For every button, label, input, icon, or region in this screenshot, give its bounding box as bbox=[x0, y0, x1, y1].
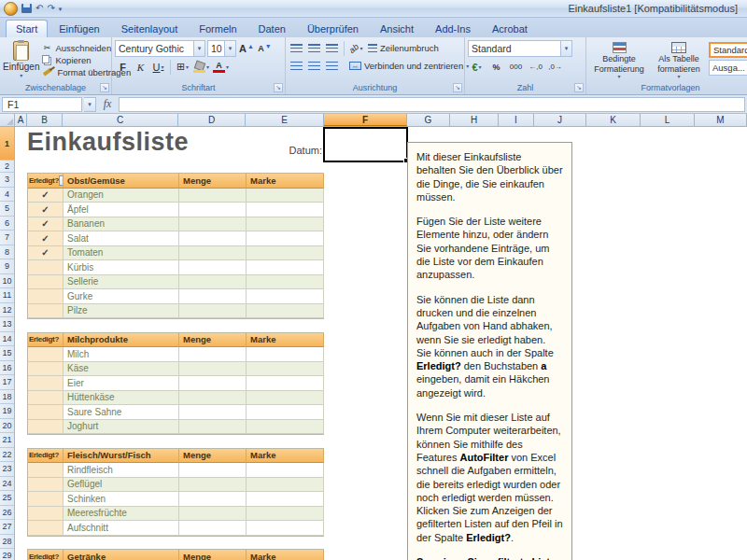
italic-button[interactable]: K bbox=[133, 59, 148, 75]
fill-color-dropdown-icon[interactable]: ▾ bbox=[206, 63, 209, 70]
tab-ansicht[interactable]: Ansicht bbox=[370, 20, 424, 37]
marke-cell[interactable] bbox=[247, 521, 324, 536]
number-dialog-launcher[interactable]: ↘ bbox=[574, 83, 584, 92]
menge-cell[interactable] bbox=[179, 231, 247, 246]
menge-cell[interactable] bbox=[179, 507, 247, 522]
accounting-dropdown-icon[interactable]: ▾ bbox=[479, 63, 482, 70]
wrap-text-button[interactable]: Zeilenumbruch bbox=[366, 42, 441, 54]
marke-cell[interactable] bbox=[247, 405, 324, 420]
done-cell[interactable]: ✓ bbox=[28, 189, 63, 203]
done-cell[interactable] bbox=[28, 260, 63, 275]
row-header-22[interactable]: 22 bbox=[0, 448, 14, 463]
menge-cell[interactable] bbox=[179, 217, 247, 232]
done-cell[interactable]: ✓ bbox=[28, 217, 63, 232]
menge-cell[interactable] bbox=[179, 420, 247, 435]
paste-button[interactable]: Einfügen ▾ bbox=[3, 39, 39, 80]
column-header-E[interactable]: E bbox=[246, 114, 324, 126]
marke-cell[interactable] bbox=[247, 391, 324, 406]
item-name-cell[interactable]: Bananen bbox=[63, 217, 179, 232]
align-top-button[interactable] bbox=[289, 40, 304, 56]
row-header-25[interactable]: 25 bbox=[0, 491, 14, 506]
thousands-separator-button[interactable]: 000 bbox=[507, 59, 525, 75]
marke-cell[interactable] bbox=[247, 478, 324, 493]
done-cell[interactable] bbox=[28, 463, 63, 478]
menge-cell[interactable] bbox=[179, 304, 247, 319]
font-color-dropdown-icon[interactable]: ▾ bbox=[226, 63, 229, 70]
item-name-cell[interactable]: Aufschnitt bbox=[63, 521, 179, 536]
accounting-format-button[interactable]: €▾ bbox=[468, 59, 486, 75]
marke-cell[interactable] bbox=[247, 203, 324, 217]
borders-dropdown-icon[interactable]: ▾ bbox=[186, 63, 189, 70]
item-name-cell[interactable]: Geflügel bbox=[63, 478, 179, 493]
merge-center-button[interactable]: ↔ Verbinden und zentrieren ▾ bbox=[347, 60, 471, 72]
row-header-4[interactable]: 4 bbox=[0, 188, 14, 203]
row-header-6[interactable]: 6 bbox=[0, 217, 14, 231]
item-name-cell[interactable]: Gurke bbox=[63, 289, 179, 304]
conditional-formatting-button[interactable]: Bedingte Formatierung ▾ bbox=[589, 39, 649, 80]
orientation-button[interactable]: ab▾ bbox=[348, 40, 364, 56]
done-cell[interactable] bbox=[28, 405, 63, 420]
shrink-font-button[interactable]: A▼ bbox=[257, 41, 273, 57]
column-header-K[interactable]: K bbox=[586, 114, 641, 126]
marke-cell[interactable] bbox=[247, 304, 324, 319]
row-header-20[interactable]: 20 bbox=[0, 419, 14, 434]
done-cell[interactable] bbox=[28, 347, 63, 362]
row-header-21[interactable]: 21 bbox=[0, 433, 14, 448]
item-name-cell[interactable]: Käse bbox=[63, 362, 179, 377]
menge-cell[interactable] bbox=[179, 391, 247, 406]
item-name-cell[interactable]: Pilze bbox=[63, 304, 179, 319]
number-format-combo[interactable]: Standard ▾ bbox=[468, 40, 572, 57]
marke-cell[interactable] bbox=[247, 246, 324, 261]
marke-cell[interactable] bbox=[247, 289, 324, 304]
cell-style-ausgabe[interactable]: Ausga... bbox=[709, 60, 747, 76]
marke-cell[interactable] bbox=[247, 189, 324, 203]
row-header-10[interactable]: 10 bbox=[0, 274, 14, 289]
row-header-23[interactable]: 23 bbox=[0, 462, 14, 477]
column-header-F[interactable]: F bbox=[324, 114, 407, 126]
font-dialog-launcher[interactable]: ↘ bbox=[274, 83, 283, 92]
done-cell[interactable] bbox=[28, 478, 63, 493]
category-header-cell[interactable]: Milchprodukte bbox=[63, 333, 179, 348]
column-header-I[interactable]: I bbox=[499, 114, 534, 126]
item-name-cell[interactable]: Meeresfrüchte bbox=[63, 507, 179, 522]
marke-cell[interactable] bbox=[247, 260, 324, 275]
row-header-5[interactable]: 5 bbox=[0, 202, 14, 217]
menge-cell[interactable] bbox=[179, 376, 247, 391]
menge-cell[interactable] bbox=[179, 492, 247, 507]
item-name-cell[interactable]: Orangen bbox=[63, 189, 179, 203]
format-as-table-dropdown-icon[interactable]: ▾ bbox=[677, 74, 680, 80]
category-header-cell[interactable]: Getränke bbox=[63, 550, 179, 560]
tab-add-ins[interactable]: Add-Ins bbox=[425, 20, 481, 37]
item-name-cell[interactable]: Kürbis bbox=[63, 260, 179, 275]
row-header-14[interactable]: 14 bbox=[0, 332, 14, 347]
tab-seitenlayout[interactable]: Seitenlayout bbox=[111, 20, 189, 37]
done-cell[interactable]: ✓ bbox=[28, 203, 63, 217]
save-icon[interactable] bbox=[21, 4, 32, 13]
increase-decimal-button[interactable]: ←,0 bbox=[527, 59, 544, 75]
font-name-combo[interactable]: Century Gothic ▾ bbox=[115, 40, 205, 57]
marke-cell[interactable] bbox=[247, 275, 324, 290]
item-name-cell[interactable]: Joghurt bbox=[63, 420, 179, 435]
font-size-dropdown-icon[interactable]: ▾ bbox=[224, 41, 235, 56]
done-cell[interactable] bbox=[28, 362, 63, 377]
marke-header-cell[interactable]: Marke bbox=[247, 333, 324, 348]
done-cell[interactable]: ✓ bbox=[28, 231, 63, 246]
tab-acrobat[interactable]: Acrobat bbox=[482, 20, 538, 37]
tab-daten[interactable]: Daten bbox=[248, 20, 296, 37]
marke-header-cell[interactable]: Marke bbox=[247, 174, 324, 189]
font-size-combo[interactable]: 10 ▾ bbox=[207, 40, 236, 57]
column-header-M[interactable]: M bbox=[695, 114, 747, 126]
name-box[interactable]: F1 bbox=[2, 97, 82, 112]
column-header-B[interactable]: B bbox=[27, 114, 63, 126]
done-cell[interactable] bbox=[28, 507, 63, 522]
done-cell[interactable] bbox=[28, 289, 63, 304]
font-name-dropdown-icon[interactable]: ▾ bbox=[193, 41, 204, 56]
formula-input[interactable] bbox=[119, 97, 745, 112]
tab-start[interactable]: Start bbox=[6, 20, 48, 37]
menge-cell[interactable] bbox=[179, 362, 247, 377]
done-cell[interactable] bbox=[28, 521, 63, 536]
menge-header-cell[interactable]: Menge bbox=[179, 174, 247, 189]
marke-cell[interactable] bbox=[247, 507, 324, 522]
marke-cell[interactable] bbox=[247, 492, 324, 507]
align-bottom-button[interactable] bbox=[324, 40, 340, 56]
